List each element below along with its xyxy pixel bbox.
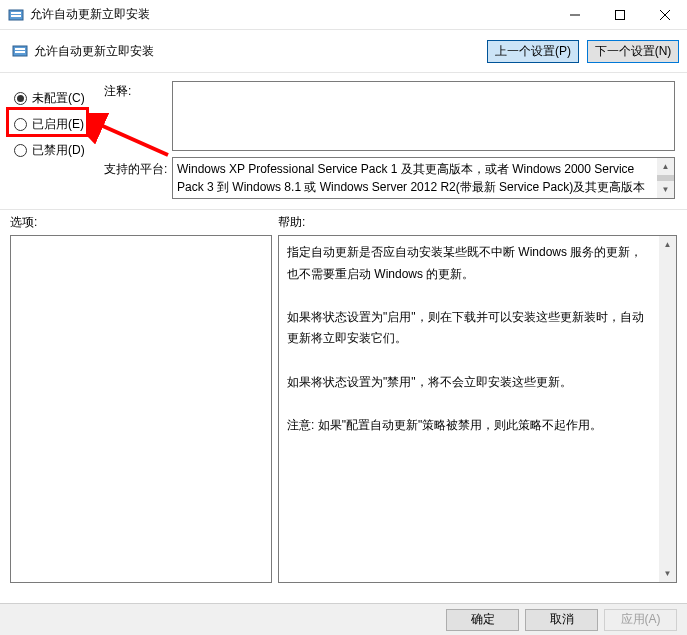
close-button[interactable] (642, 0, 687, 30)
panes: 指定自动更新是否应自动安装某些既不中断 Windows 服务的更新，也不需要重启… (0, 235, 687, 589)
comment-row: 注释: (104, 81, 677, 151)
comment-label: 注释: (104, 81, 172, 151)
header-row: 允许自动更新立即安装 上一个设置(P) 下一个设置(N) (0, 30, 687, 72)
scrollbar[interactable]: ▲ ▼ (659, 236, 676, 582)
scroll-down-icon[interactable]: ▼ (659, 565, 676, 582)
bottom-bar: 确定 取消 应用(A) (0, 603, 687, 635)
scroll-up-icon[interactable]: ▲ (657, 158, 674, 175)
previous-setting-button[interactable]: 上一个设置(P) (487, 40, 579, 63)
svg-rect-8 (15, 48, 25, 50)
next-setting-button[interactable]: 下一个设置(N) (587, 40, 679, 63)
radio-label: 未配置(C) (32, 90, 85, 107)
svg-rect-2 (11, 15, 21, 17)
policy-icon (12, 43, 28, 59)
labels-row: 选项: 帮助: (0, 210, 687, 235)
window-title: 允许自动更新立即安装 (30, 6, 552, 23)
help-content: 指定自动更新是否应自动安装某些既不中断 Windows 服务的更新，也不需要重启… (279, 236, 659, 582)
svg-rect-9 (15, 51, 25, 53)
app-icon (8, 7, 24, 23)
config-area: 未配置(C) 已启用(E) 已禁用(D) 注释: 支持的平台: Windows … (0, 73, 687, 209)
minimize-button[interactable] (552, 0, 597, 30)
policy-title: 允许自动更新立即安装 (34, 43, 479, 60)
options-content (11, 236, 271, 582)
radio-label: 已启用(E) (32, 116, 84, 133)
apply-button[interactable]: 应用(A) (604, 609, 677, 631)
radio-dot-icon (14, 92, 27, 105)
radio-dot-icon (14, 118, 27, 131)
platform-label: 支持的平台: (104, 157, 172, 199)
scrollbar[interactable]: ▲ ▼ (657, 158, 674, 198)
platform-text: Windows XP Professional Service Pack 1 及… (173, 158, 657, 198)
platform-box: Windows XP Professional Service Pack 1 及… (172, 157, 675, 199)
svg-rect-1 (11, 12, 21, 14)
platform-row: 支持的平台: Windows XP Professional Service P… (104, 157, 677, 199)
options-label: 选项: (10, 214, 278, 231)
window-controls (552, 0, 687, 30)
scroll-down-icon[interactable]: ▼ (657, 181, 674, 198)
radio-enabled[interactable]: 已启用(E) (14, 111, 104, 137)
radio-disabled[interactable]: 已禁用(D) (14, 137, 104, 163)
comment-input[interactable] (172, 81, 675, 151)
radio-dot-icon (14, 144, 27, 157)
radio-column: 未配置(C) 已启用(E) 已禁用(D) (14, 81, 104, 205)
maximize-button[interactable] (597, 0, 642, 30)
ok-button[interactable]: 确定 (446, 609, 519, 631)
titlebar: 允许自动更新立即安装 (0, 0, 687, 30)
help-label: 帮助: (278, 214, 305, 231)
cancel-button[interactable]: 取消 (525, 609, 598, 631)
radio-not-configured[interactable]: 未配置(C) (14, 85, 104, 111)
options-pane (10, 235, 272, 583)
svg-rect-4 (615, 10, 624, 19)
help-pane: 指定自动更新是否应自动安装某些既不中断 Windows 服务的更新，也不需要重启… (278, 235, 677, 583)
right-column: 注释: 支持的平台: Windows XP Professional Servi… (104, 81, 677, 205)
radio-label: 已禁用(D) (32, 142, 85, 159)
scroll-up-icon[interactable]: ▲ (659, 236, 676, 253)
